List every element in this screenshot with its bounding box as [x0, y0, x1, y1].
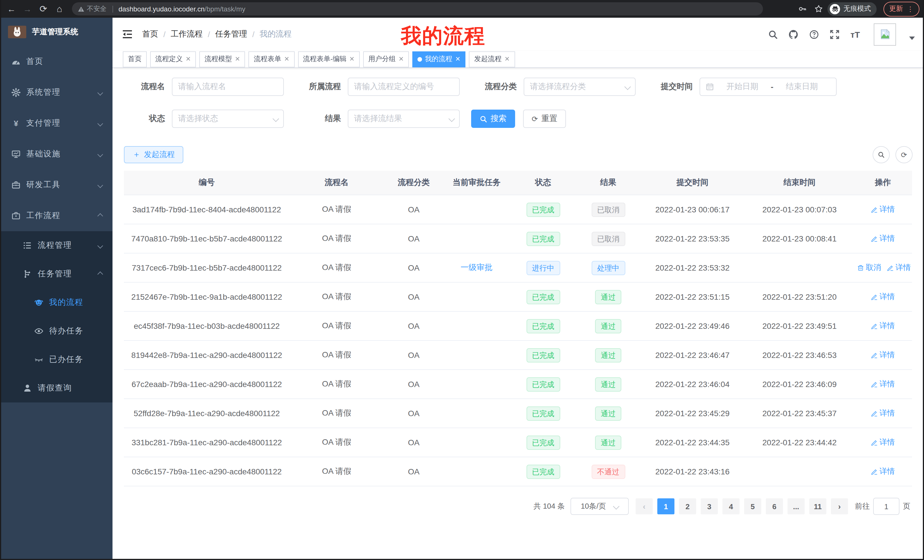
home-icon[interactable]: ⌂	[52, 2, 66, 16]
column-header-流程分类: 流程分类	[384, 171, 444, 195]
sidebar-item-我的流程[interactable]: 我的流程	[0, 288, 112, 317]
gear-icon	[11, 88, 21, 97]
definition-input[interactable]: 请输入流程定义的编号	[348, 78, 460, 96]
tab-我的流程[interactable]: 我的流程✕	[412, 51, 465, 67]
tab-流程模型[interactable]: 流程模型✕	[199, 51, 245, 67]
tab-流程表单-编辑[interactable]: 流程表单-编辑✕	[298, 51, 360, 67]
browser-menu-icon[interactable]: ⋮	[907, 5, 914, 13]
close-icon[interactable]: ✕	[235, 55, 240, 63]
page-button-2[interactable]: 2	[679, 499, 696, 514]
close-icon[interactable]: ✕	[186, 55, 191, 63]
detail-link[interactable]: 详情	[871, 379, 895, 389]
page-button-3[interactable]: 3	[701, 499, 718, 514]
cell-status: 已完成	[509, 340, 577, 370]
cell-category: OA	[384, 399, 444, 428]
date-range-picker[interactable]: 开始日期 - 结束日期	[700, 78, 837, 96]
sidebar-item-工作流程[interactable]: 工作流程	[0, 201, 112, 231]
cancel-link[interactable]: 取消	[857, 263, 881, 273]
breadcrumb-task[interactable]: 任务管理	[215, 29, 247, 39]
page-button-4[interactable]: 4	[722, 499, 740, 514]
name-input[interactable]: 请输入流程名	[172, 78, 284, 96]
chevron-down-icon	[613, 503, 620, 510]
chevron-down-icon	[448, 115, 455, 122]
prev-page-button[interactable]: ‹	[636, 499, 653, 514]
create-process-button[interactable]: ＋ 发起流程	[124, 146, 183, 163]
breadcrumb: 首页/ 工作流程/ 任务管理/ 我的流程	[142, 29, 291, 39]
detail-link[interactable]: 详情	[871, 204, 895, 215]
address-bar[interactable]: 不安全 dashboard.yudao.iocoder.cn/bpm/task/…	[72, 2, 763, 15]
breadcrumb-home[interactable]: 首页	[142, 29, 158, 39]
detail-link[interactable]: 详情	[871, 350, 895, 360]
close-icon[interactable]: ✕	[504, 55, 510, 63]
key-icon[interactable]	[795, 2, 809, 16]
close-icon[interactable]: ✕	[399, 55, 404, 63]
sidebar-item-请假查询[interactable]: 请假查询	[0, 374, 112, 403]
page-size-select[interactable]: 10条/页	[570, 498, 629, 515]
goto-input[interactable]: 1	[873, 498, 900, 515]
detail-link[interactable]: 详情	[871, 292, 895, 302]
fullscreen-icon[interactable]	[829, 29, 840, 40]
sidebar-item-基础设施[interactable]: 基础设施	[0, 139, 112, 169]
github-icon[interactable]	[788, 29, 799, 40]
detail-link[interactable]: 详情	[871, 234, 895, 244]
sidebar-item-待办任务[interactable]: 待办任务	[0, 317, 112, 345]
next-page-button[interactable]: ›	[831, 499, 848, 514]
cell-status: 已完成	[509, 370, 577, 399]
search-button[interactable]: 搜索	[471, 109, 515, 128]
dashboard-icon	[11, 57, 21, 66]
detail-link[interactable]: 详情	[871, 466, 895, 477]
page-button-6[interactable]: 6	[766, 499, 783, 514]
update-button[interactable]: 更新 ⋮	[884, 1, 920, 16]
monitor-icon	[11, 150, 21, 159]
cell-result: 通过	[577, 428, 640, 457]
bookmark-star-icon[interactable]	[812, 2, 825, 16]
tab-首页[interactable]: 首页	[123, 51, 147, 67]
current-task-link[interactable]: 一级审批	[460, 263, 492, 272]
tab-流程表单[interactable]: 流程表单✕	[249, 51, 294, 67]
window-edge	[0, 0, 1, 560]
refresh-button[interactable]: ⟳	[896, 146, 913, 163]
chevron-down-icon[interactable]	[909, 36, 915, 40]
page-button-11[interactable]: 11	[809, 499, 826, 514]
sidebar-item-支付管理[interactable]: ¥支付管理	[0, 108, 112, 139]
filter-row-1: 流程名 请输入流程名 所属流程 请输入流程定义的编号 流程分类 请选择流程分类 …	[124, 78, 913, 96]
help-icon[interactable]	[808, 29, 819, 40]
sidebar-fold-icon[interactable]	[122, 28, 133, 40]
sidebar-item-label: 工作流程	[26, 211, 93, 221]
sidebar-item-首页[interactable]: 首页	[0, 46, 112, 77]
avatar[interactable]	[874, 23, 896, 45]
sidebar-item-任务管理[interactable]: 任务管理	[0, 260, 112, 288]
reset-button[interactable]: ⟳ 重置	[523, 109, 566, 128]
chevron-up-icon	[98, 271, 103, 277]
category-select[interactable]: 请选择流程分类	[524, 78, 636, 96]
site-security[interactable]: 不安全	[78, 4, 106, 13]
page-button-5[interactable]: 5	[744, 499, 761, 514]
detail-link[interactable]: 详情	[871, 437, 895, 448]
hide-search-button[interactable]	[873, 146, 890, 163]
sidebar-item-系统管理[interactable]: 系统管理	[0, 77, 112, 108]
sidebar-item-label: 系统管理	[26, 87, 93, 97]
tab-用户分组[interactable]: 用户分组✕	[363, 51, 409, 67]
detail-link[interactable]: 详情	[871, 321, 895, 331]
back-icon[interactable]: ←	[4, 2, 18, 16]
sidebar-item-已办任务[interactable]: 已办任务	[0, 345, 112, 374]
tab-发起流程[interactable]: 发起流程✕	[469, 51, 515, 67]
detail-link[interactable]: 详情	[871, 408, 895, 418]
more-pages-icon[interactable]: ...	[788, 499, 805, 514]
status-select[interactable]: 请选择状态	[172, 109, 284, 128]
reload-icon[interactable]: ⟳	[36, 2, 50, 16]
detail-link[interactable]: 详情	[887, 263, 911, 273]
close-icon[interactable]: ✕	[349, 55, 354, 63]
close-icon[interactable]: ✕	[455, 55, 460, 63]
close-icon[interactable]: ✕	[284, 55, 289, 63]
sidebar-item-研发工具[interactable]: 研发工具	[0, 169, 112, 201]
page-button-1[interactable]: 1	[657, 499, 675, 514]
search-icon[interactable]	[768, 29, 778, 40]
forward-icon[interactable]: →	[21, 2, 34, 16]
result-select[interactable]: 请选择流结果	[348, 109, 460, 128]
tab-label: 首页	[128, 54, 142, 64]
tab-流程定义[interactable]: 流程定义✕	[150, 51, 196, 67]
font-size-icon[interactable]: тT	[850, 29, 861, 40]
breadcrumb-workflow[interactable]: 工作流程	[171, 29, 203, 39]
sidebar-item-流程管理[interactable]: 流程管理	[0, 231, 112, 260]
